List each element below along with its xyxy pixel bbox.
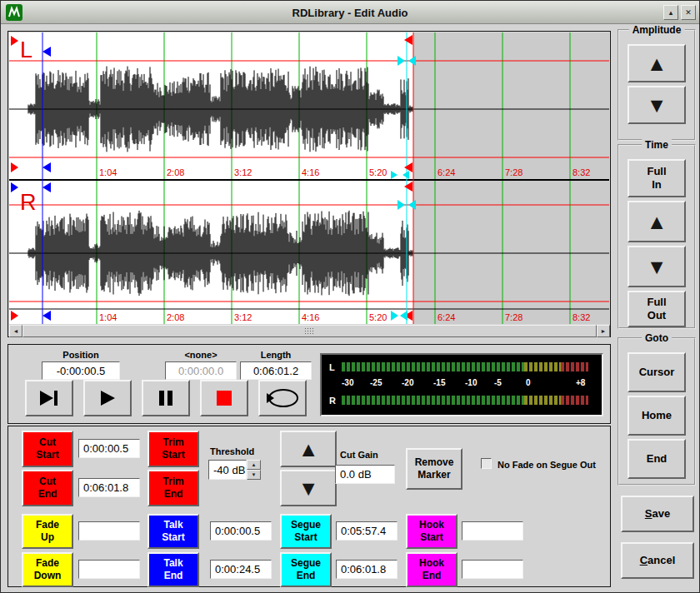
zoom-in-button[interactable]: ▲ bbox=[628, 201, 686, 242]
svg-text:4:16: 4:16 bbox=[302, 167, 319, 177]
no-fade-checkbox[interactable] bbox=[481, 458, 492, 469]
window-title: RDLibrary - Edit Audio bbox=[1, 7, 699, 19]
waveform-scrollbar[interactable]: ◄ ► bbox=[9, 325, 610, 337]
close-button[interactable]: ✕ bbox=[681, 5, 696, 20]
play-from-start-button[interactable] bbox=[25, 380, 73, 416]
hook-end-button[interactable]: Hook End bbox=[406, 552, 458, 587]
amplitude-down-button[interactable]: ▼ bbox=[628, 86, 686, 124]
amplitude-group: Amplitude ▲ ▼ bbox=[618, 29, 696, 141]
waveform-panel: L R 1:042:08 3:124:16 5:206:24 7:288:32 … bbox=[8, 31, 611, 337]
waveform-display[interactable]: L R 1:042:08 3:124:16 5:206:24 7:288:32 … bbox=[9, 32, 609, 324]
play-button[interactable] bbox=[83, 380, 132, 416]
trim-end-button[interactable]: Trim End bbox=[148, 470, 199, 506]
fade-up-button[interactable]: Fade Up bbox=[22, 514, 73, 549]
goto-end-button[interactable]: End bbox=[628, 439, 686, 479]
talk-end-button[interactable]: Talk End bbox=[148, 552, 199, 587]
svg-text:3:12: 3:12 bbox=[234, 167, 252, 177]
segue-start-button[interactable]: Segue Start bbox=[280, 514, 332, 549]
save-button-label: Save bbox=[645, 507, 670, 521]
meter-zone-green bbox=[342, 362, 524, 371]
position-field[interactable]: -0:00:00.5 bbox=[42, 361, 120, 380]
threshold-field[interactable]: -40 dB bbox=[208, 460, 247, 480]
hook-start-button[interactable]: Hook Start bbox=[406, 514, 458, 549]
trim-start-button[interactable]: Trim Start bbox=[148, 431, 199, 467]
edit-audio-window: RDLibrary - Edit Audio ▴ ✕ bbox=[0, 0, 700, 593]
svg-text:1:04: 1:04 bbox=[99, 312, 117, 322]
zoom-full-out-button[interactable]: Full Out bbox=[628, 291, 686, 327]
arrow-up-icon: ▲ bbox=[647, 53, 668, 74]
hook-end-field[interactable] bbox=[462, 560, 523, 579]
marker-name-label: <none> bbox=[165, 350, 237, 360]
scrollbar-thumb[interactable] bbox=[22, 325, 597, 337]
cut-end-field[interactable]: 0:06:01.8 bbox=[78, 478, 140, 497]
meter-left-label: L bbox=[329, 362, 335, 372]
goto-cursor-button[interactable]: Cursor bbox=[628, 352, 686, 392]
svg-text:4:16: 4:16 bbox=[302, 312, 319, 322]
cut-start-button[interactable]: Cut Start bbox=[22, 431, 73, 467]
amplitude-up-button[interactable]: ▲ bbox=[628, 44, 686, 82]
scroll-left-button[interactable]: ◄ bbox=[9, 325, 22, 337]
segue-start-field[interactable]: 0:05:57.4 bbox=[336, 521, 398, 541]
close-icon: ✕ bbox=[685, 8, 692, 17]
talk-start-button[interactable]: Talk Start bbox=[148, 514, 199, 549]
loop-icon bbox=[265, 387, 300, 409]
threshold-spin-down-button[interactable]: ▼ bbox=[247, 470, 261, 480]
fade-down-field[interactable] bbox=[78, 560, 140, 579]
titlebar[interactable]: RDLibrary - Edit Audio ▴ ✕ bbox=[1, 1, 699, 24]
gain-up-button[interactable]: ▲ bbox=[280, 431, 337, 467]
talk-start-field[interactable]: 0:00:00.5 bbox=[210, 521, 272, 541]
arrow-down-icon: ▼ bbox=[647, 257, 668, 277]
gain-down-button[interactable]: ▼ bbox=[280, 470, 337, 506]
cancel-button-label: Cancel bbox=[640, 554, 676, 567]
transport-panel: Position -0:00:00.5 <none> 0:00:00.0 Len… bbox=[8, 344, 611, 424]
scrollbar-track[interactable] bbox=[22, 325, 597, 337]
save-button[interactable]: Save bbox=[621, 496, 694, 532]
cut-gain-label: Cut Gain bbox=[340, 450, 378, 460]
length-field: 0:06:01.2 bbox=[240, 361, 312, 380]
svg-text:2:08: 2:08 bbox=[167, 312, 184, 322]
svg-text:8:32: 8:32 bbox=[572, 167, 590, 177]
cancel-button[interactable]: Cancel bbox=[621, 542, 694, 579]
goto-group-title: Goto bbox=[642, 332, 672, 344]
svg-text:7:28: 7:28 bbox=[505, 312, 522, 322]
hook-start-field[interactable] bbox=[462, 521, 523, 541]
threshold-spinbox[interactable]: -40 dB ▲ ▼ bbox=[208, 460, 261, 480]
cut-gain-field[interactable]: 0.0 dB bbox=[335, 465, 395, 484]
zoom-out-button[interactable]: ▼ bbox=[628, 246, 686, 287]
stop-button[interactable] bbox=[200, 380, 248, 416]
marker-controls-panel: Cut Start 0:00:00.5 Cut End 0:06:01.8 Tr… bbox=[8, 426, 611, 587]
svg-text:8:32: 8:32 bbox=[572, 312, 590, 322]
spin-up-icon: ▲ bbox=[252, 462, 257, 467]
talk-end-field[interactable]: 0:00:24.5 bbox=[210, 560, 272, 579]
wave-region-after-cut bbox=[413, 32, 609, 324]
shade-button[interactable]: ▴ bbox=[663, 5, 678, 20]
zoom-full-in-button[interactable]: Full In bbox=[628, 159, 686, 197]
threshold-label: Threshold bbox=[210, 446, 254, 456]
arrow-up-icon: ▲ bbox=[298, 439, 319, 460]
svg-text:6:24: 6:24 bbox=[438, 312, 455, 322]
pause-button[interactable] bbox=[142, 380, 190, 416]
segue-end-button[interactable]: Segue End bbox=[280, 552, 332, 587]
time-group-title: Time bbox=[642, 139, 672, 151]
threshold-spin-up-button[interactable]: ▲ bbox=[247, 460, 261, 470]
goto-group: Goto Cursor Home End bbox=[618, 337, 696, 486]
arrow-down-icon: ▼ bbox=[298, 478, 319, 499]
fade-down-button[interactable]: Fade Down bbox=[22, 552, 73, 587]
right-channel-label: R bbox=[20, 190, 37, 215]
cut-start-field[interactable]: 0:00:00.5 bbox=[78, 439, 140, 458]
fade-up-field[interactable] bbox=[78, 521, 140, 541]
svg-text:1:04: 1:04 bbox=[99, 167, 117, 177]
play-from-start-icon bbox=[38, 389, 61, 407]
goto-home-button[interactable]: Home bbox=[628, 396, 686, 436]
svg-text:5:20: 5:20 bbox=[369, 312, 387, 322]
remove-marker-button[interactable]: Remove Marker bbox=[406, 448, 462, 490]
meter-right-label: R bbox=[329, 396, 336, 406]
cut-end-button[interactable]: Cut End bbox=[22, 470, 73, 506]
loop-button[interactable] bbox=[258, 380, 307, 416]
segue-end-field[interactable]: 0:06:01.8 bbox=[336, 560, 398, 579]
length-label: Length bbox=[240, 350, 312, 360]
scroll-right-button[interactable]: ► bbox=[597, 325, 610, 337]
meter-zone-yellow bbox=[524, 362, 561, 371]
svg-text:7:28: 7:28 bbox=[505, 167, 522, 177]
spin-down-icon: ▼ bbox=[252, 472, 257, 477]
